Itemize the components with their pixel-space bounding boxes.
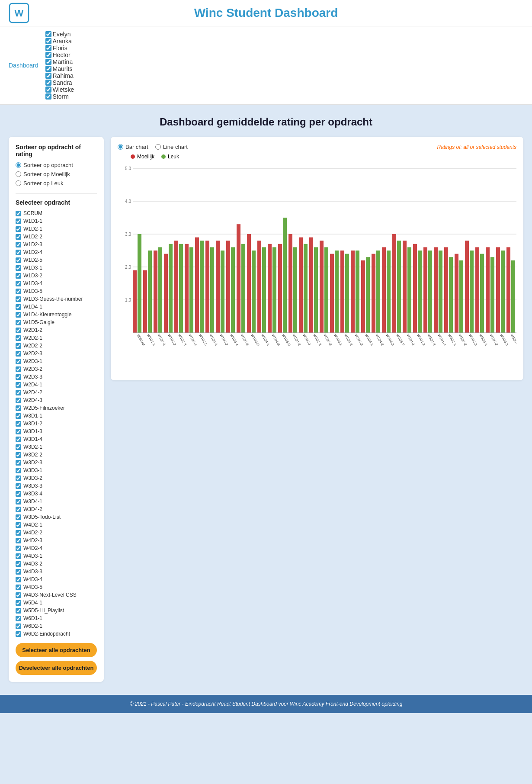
- assignment-checkbox[interactable]: [16, 553, 21, 559]
- student-checkbox-wietske[interactable]: [45, 87, 51, 93]
- svg-rect-30: [195, 238, 199, 333]
- assignment-checkbox[interactable]: [16, 250, 21, 255]
- assignment-checkbox[interactable]: [16, 600, 21, 606]
- assignment-checkbox[interactable]: [16, 507, 21, 512]
- sort-radio-opdracht[interactable]: [16, 162, 21, 168]
- assignment-checkbox[interactable]: [16, 538, 21, 543]
- student-checkbox-evelyn[interactable]: [45, 31, 51, 37]
- assignment-label: W2D4-3: [23, 397, 42, 403]
- assignment-checkbox[interactable]: [16, 289, 21, 294]
- svg-text:5.0: 5.0: [125, 166, 131, 171]
- assignment-checkbox[interactable]: [16, 296, 21, 302]
- deselect-all-button[interactable]: Deselecteer alle opdrachten: [16, 661, 97, 675]
- assignment-checkbox[interactable]: [16, 351, 21, 357]
- select-all-button[interactable]: Selecteer alle opdrachten: [16, 643, 97, 657]
- assignment-label: W4D3-1: [23, 553, 42, 559]
- assignment-checkbox[interactable]: [16, 468, 21, 473]
- assignment-checkbox[interactable]: [16, 257, 21, 263]
- assignment-label: W1D4-1: [23, 304, 42, 310]
- sort-option-opdracht: Sorteer op opdracht: [16, 162, 97, 168]
- assignment-checkbox[interactable]: [16, 218, 21, 224]
- assignment-label: W2D3-3: [23, 374, 42, 380]
- assignment-checkbox[interactable]: [16, 429, 21, 434]
- assignment-checkbox[interactable]: [16, 616, 21, 621]
- assignment-checkbox[interactable]: [16, 374, 21, 380]
- sort-radio-leuk[interactable]: [16, 180, 21, 186]
- svg-rect-39: [226, 241, 230, 333]
- assignment-checkbox[interactable]: [16, 421, 21, 427]
- assignment-item: W2D1-2: [16, 327, 97, 333]
- student-checkbox-hector[interactable]: [45, 52, 51, 58]
- assignment-checkbox[interactable]: [16, 312, 21, 318]
- assignment-item: W6D2-Eindopdracht: [16, 631, 97, 637]
- assignment-checkbox[interactable]: [16, 546, 21, 551]
- assignment-checkbox[interactable]: [16, 437, 21, 442]
- chart-type-label: Line chart: [163, 144, 188, 150]
- assignment-checkbox[interactable]: [16, 569, 21, 575]
- assignment-checkbox[interactable]: [16, 242, 21, 247]
- chart-type-radio[interactable]: [118, 144, 123, 150]
- assignment-checkbox[interactable]: [16, 491, 21, 497]
- assignment-checkbox[interactable]: [16, 328, 21, 333]
- assignment-checkbox[interactable]: [16, 561, 21, 567]
- assignment-label: W4D2-2: [23, 530, 42, 536]
- svg-rect-13: [138, 234, 141, 333]
- assignment-checkbox[interactable]: [16, 592, 21, 598]
- assignment-checkbox[interactable]: [16, 390, 21, 395]
- assignment-item: W4D3-3: [16, 569, 97, 575]
- assignment-checkbox[interactable]: [16, 359, 21, 364]
- student-checkbox-martina[interactable]: [45, 59, 51, 65]
- assignment-checkbox[interactable]: [16, 366, 21, 372]
- assignment-checkbox[interactable]: [16, 608, 21, 614]
- assignment-checkbox[interactable]: [16, 382, 21, 388]
- student-checkbox-rahima[interactable]: [45, 73, 51, 79]
- assignment-checkbox[interactable]: [16, 398, 21, 403]
- student-checkbox-storm[interactable]: [45, 93, 51, 100]
- assignment-checkbox[interactable]: [16, 413, 21, 419]
- assignment-checkbox[interactable]: [16, 499, 21, 504]
- student-checkbox-aranka[interactable]: [45, 38, 51, 44]
- assignment-checkbox[interactable]: [16, 405, 21, 411]
- assignment-checkbox[interactable]: [16, 304, 21, 310]
- assignment-checkbox[interactable]: [16, 460, 21, 466]
- assignment-checkbox[interactable]: [16, 320, 21, 325]
- assignment-checkbox[interactable]: [16, 530, 21, 536]
- assignment-checkbox[interactable]: [16, 522, 21, 528]
- logo: W: [9, 3, 29, 23]
- nav-dashboard-link[interactable]: Dashboard: [9, 62, 38, 69]
- svg-text:W1D2-4: W1D2-4: [188, 334, 198, 347]
- student-label-evelyn: Evelyn: [53, 31, 71, 38]
- student-checkbox-floris[interactable]: [45, 45, 51, 51]
- assignment-checkbox[interactable]: [16, 483, 21, 489]
- svg-rect-93: [413, 244, 417, 333]
- student-label-storm: Storm: [53, 93, 69, 100]
- assignment-item: W4D2-3: [16, 537, 97, 543]
- assignment-checkbox[interactable]: [16, 226, 21, 232]
- assignment-label: W4D2-3: [23, 537, 42, 543]
- assignment-checkbox[interactable]: [16, 211, 21, 216]
- assignment-checkbox[interactable]: [16, 265, 21, 271]
- assignment-checkbox[interactable]: [16, 234, 21, 240]
- svg-text:W2D5-F: W2D5-F: [395, 334, 405, 347]
- assignment-checkbox[interactable]: [16, 585, 21, 590]
- student-checkbox-maurits[interactable]: [45, 66, 51, 72]
- student-label-rahima: Rahima: [53, 72, 74, 79]
- assignment-checkbox[interactable]: [16, 335, 21, 341]
- sort-radio-moeilijk[interactable]: [16, 171, 21, 177]
- assignment-checkbox[interactable]: [16, 623, 21, 629]
- assignment-checkbox[interactable]: [16, 476, 21, 481]
- student-checkbox-sandra[interactable]: [45, 80, 51, 86]
- assignment-checkbox[interactable]: [16, 631, 21, 637]
- svg-rect-37: [221, 251, 224, 333]
- svg-rect-105: [455, 254, 458, 333]
- assignment-checkbox[interactable]: [16, 452, 21, 458]
- assignment-checkbox[interactable]: [16, 514, 21, 520]
- chart-type-radio[interactable]: [155, 144, 161, 150]
- legend-dot: [131, 154, 135, 159]
- assignment-checkbox[interactable]: [16, 577, 21, 582]
- assignment-checkbox[interactable]: [16, 273, 21, 279]
- assignment-checkbox[interactable]: [16, 343, 21, 349]
- student-label-martina: Martina: [53, 58, 73, 65]
- assignment-checkbox[interactable]: [16, 444, 21, 450]
- assignment-checkbox[interactable]: [16, 281, 21, 286]
